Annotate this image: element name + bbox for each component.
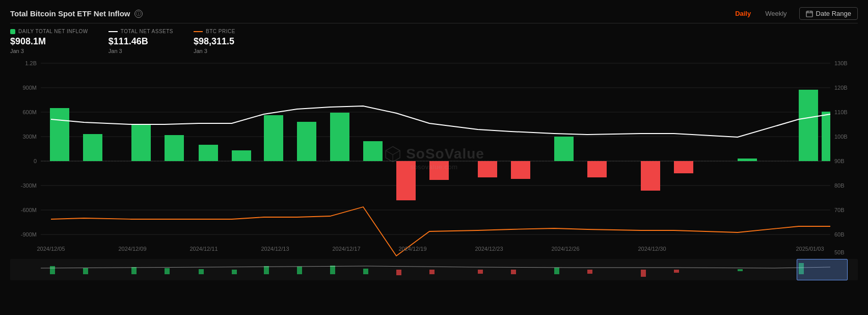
legend-item-inflow: DAILY TOTAL NET INFLOW $908.1M Jan 3 — [10, 29, 88, 54]
svg-rect-57 — [478, 270, 483, 274]
svg-rect-47 — [131, 267, 137, 274]
svg-rect-61 — [641, 270, 646, 277]
svg-rect-45 — [50, 266, 55, 274]
svg-text:110B: 110B — [834, 109, 848, 115]
svg-text:-300M: -300M — [21, 182, 37, 189]
svg-text:70B: 70B — [834, 207, 845, 213]
svg-rect-53 — [330, 266, 335, 274]
svg-rect-62 — [674, 270, 679, 273]
bar-17 — [641, 161, 660, 191]
svg-text:2024/12/19: 2024/12/19 — [398, 246, 426, 252]
divider — [10, 23, 858, 23]
bar-19 — [738, 159, 757, 161]
svg-rect-51 — [264, 266, 269, 274]
svg-text:300M: 300M — [22, 134, 37, 140]
assets-dash — [108, 31, 118, 32]
bar-16 — [587, 161, 607, 177]
legend-item-btc: BTC PRICE $98,311.5 Jan 3 — [194, 29, 235, 54]
mini-chart[interactable] — [10, 259, 858, 280]
weekly-button[interactable]: Weekly — [758, 8, 794, 19]
nav-handle[interactable] — [797, 259, 848, 280]
date-range-button[interactable]: Date Range — [799, 7, 858, 20]
bar-12 — [429, 161, 449, 180]
chart-area: 1.2B 900M 600M 300M 0 -300M -600M -900M … — [10, 58, 858, 257]
bar-6 — [232, 150, 251, 161]
calendar-icon — [806, 10, 813, 17]
svg-text:2024/12/05: 2024/12/05 — [37, 246, 65, 252]
net-assets-line — [51, 106, 830, 137]
btc-price-line — [51, 207, 830, 256]
assets-value: $111.46B — [108, 36, 173, 47]
bar-15 — [554, 137, 574, 161]
svg-rect-60 — [587, 270, 592, 274]
bar-3 — [131, 125, 151, 161]
assets-label: TOTAL NET ASSETS — [121, 29, 173, 34]
inflow-date: Jan 3 — [10, 48, 88, 54]
bar-7 — [264, 115, 283, 161]
period-buttons: Daily Weekly — [728, 8, 794, 19]
bar-11 — [396, 161, 416, 200]
bar-9 — [330, 113, 349, 161]
page-title: Total Bitcoin Spot ETF Net Inflow — [10, 9, 130, 18]
svg-rect-48 — [165, 268, 170, 274]
svg-text:2024/12/09: 2024/12/09 — [118, 246, 146, 252]
svg-text:2024/12/11: 2024/12/11 — [189, 246, 218, 252]
svg-rect-0 — [806, 11, 812, 17]
svg-rect-63 — [738, 269, 743, 271]
svg-text:-600M: -600M — [21, 207, 37, 213]
mini-chart-svg — [10, 259, 858, 280]
btc-value: $98,311.5 — [194, 36, 235, 47]
svg-text:2025/01/03: 2025/01/03 — [796, 246, 824, 252]
bar-8 — [297, 122, 316, 161]
bar-2 — [83, 134, 102, 161]
bar-4 — [165, 135, 184, 161]
svg-text:90B: 90B — [834, 158, 845, 164]
bar-18 — [674, 161, 693, 173]
bar-13 — [478, 161, 497, 177]
legend-item-assets: TOTAL NET ASSETS $111.46B Jan 3 — [108, 29, 173, 54]
svg-text:120B: 120B — [834, 85, 848, 91]
controls-area: Daily Weekly Date Range — [728, 7, 858, 20]
bar-21 — [822, 112, 830, 161]
svg-text:-900M: -900M — [21, 231, 37, 238]
btc-label: BTC PRICE — [206, 29, 235, 34]
svg-text:50B: 50B — [834, 249, 845, 255]
bar-1 — [50, 108, 69, 161]
svg-text:900M: 900M — [22, 85, 37, 91]
bar-5 — [199, 145, 218, 161]
svg-rect-56 — [429, 270, 435, 274]
svg-text:2024/12/30: 2024/12/30 — [638, 246, 666, 252]
inflow-dot — [10, 29, 15, 34]
svg-text:1.2B: 1.2B — [25, 60, 37, 66]
svg-rect-46 — [83, 268, 88, 274]
assets-date: Jan 3 — [108, 48, 173, 54]
svg-text:80B: 80B — [834, 182, 845, 189]
svg-rect-52 — [297, 267, 302, 274]
svg-rect-58 — [511, 270, 516, 274]
svg-rect-49 — [199, 269, 204, 274]
svg-text:0: 0 — [34, 158, 37, 164]
daily-button[interactable]: Daily — [728, 8, 758, 19]
svg-rect-55 — [396, 270, 401, 275]
svg-text:600M: 600M — [22, 109, 37, 115]
svg-text:2024/12/26: 2024/12/26 — [551, 246, 579, 252]
btc-date: Jan 3 — [194, 48, 235, 54]
svg-rect-50 — [232, 270, 237, 274]
main-chart-svg: 1.2B 900M 600M 300M 0 -300M -600M -900M … — [10, 58, 858, 257]
svg-text:2024/12/23: 2024/12/23 — [475, 246, 503, 252]
svg-text:2024/12/13: 2024/12/13 — [261, 246, 289, 252]
svg-text:60B: 60B — [834, 231, 845, 238]
svg-text:100B: 100B — [834, 134, 848, 140]
bar-20 — [799, 90, 818, 161]
svg-rect-54 — [363, 269, 368, 274]
inflow-value: $908.1M — [10, 36, 88, 47]
main-container: Total Bitcoin Spot ETF Net Inflow ⓘ Dail… — [0, 0, 868, 315]
bar-14 — [511, 161, 530, 179]
header-row: Total Bitcoin Spot ETF Net Inflow ⓘ Dail… — [10, 7, 858, 20]
title-area: Total Bitcoin Spot ETF Net Inflow ⓘ — [10, 9, 143, 18]
bar-10 — [363, 141, 383, 161]
info-icon[interactable]: ⓘ — [134, 10, 143, 18]
svg-text:130B: 130B — [834, 60, 848, 66]
btc-dash — [194, 31, 203, 32]
inflow-label: DAILY TOTAL NET INFLOW — [18, 29, 88, 34]
